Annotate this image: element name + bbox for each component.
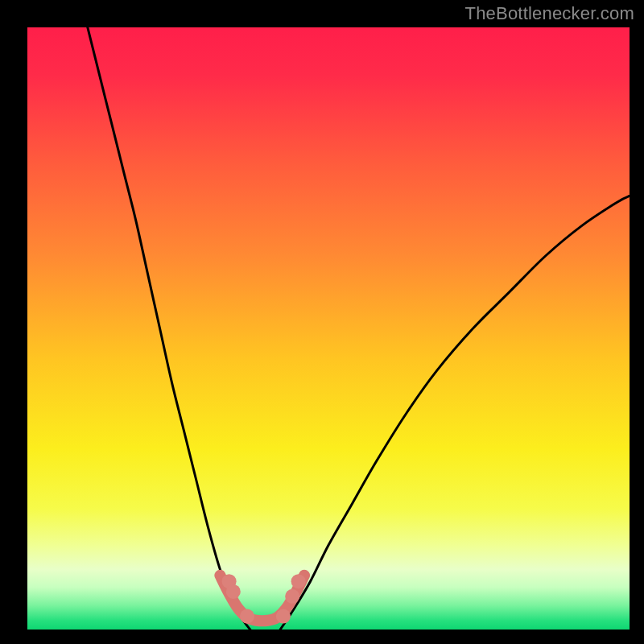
trough-marker [240,609,254,624]
trough-marker [276,609,291,624]
trough-marker [291,574,306,588]
curve-left [88,27,250,630]
curve-right [280,196,630,630]
trough-marker [226,584,241,599]
watermark-text: TheBottlenecker.com [465,3,634,24]
plot-area [27,27,630,630]
trough-marker [285,589,299,604]
curves-layer [27,27,630,630]
chart-frame: TheBottlenecker.com [0,0,644,644]
